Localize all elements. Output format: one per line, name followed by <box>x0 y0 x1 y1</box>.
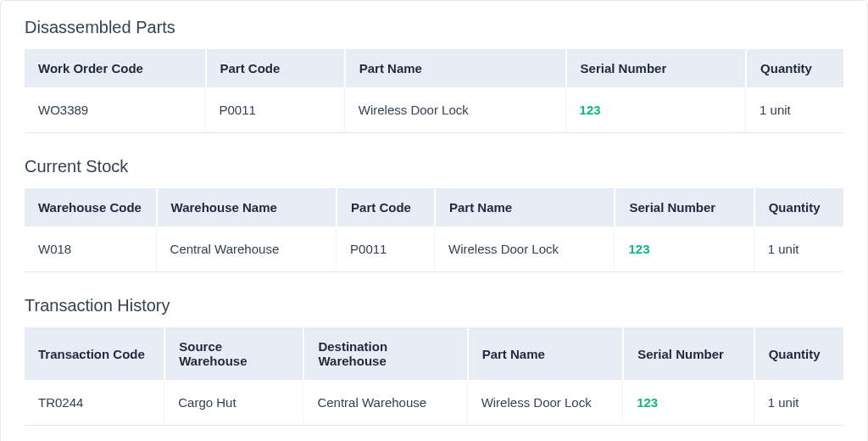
col-warehouse-name: Warehouse Name <box>156 188 337 226</box>
col-quantity: Quantity <box>754 188 843 226</box>
table-disassembled: Work Order Code Part Code Part Name Seri… <box>25 49 843 133</box>
col-work-order-code: Work Order Code <box>25 49 205 87</box>
cell-warehouse-code: W018 <box>25 226 156 272</box>
cell-serial-number: 123 <box>622 380 754 426</box>
col-part-name: Part Name <box>434 188 615 226</box>
col-part-name: Part Name <box>344 49 565 87</box>
col-part-code: Part Code <box>205 49 344 87</box>
section-disassembled-parts: Disassembled Parts Work Order Code Part … <box>25 18 843 133</box>
col-quantity: Quantity <box>745 49 843 87</box>
cell-part-code: P0011 <box>205 87 344 133</box>
serial-link[interactable]: 123 <box>628 242 649 256</box>
section-title-transactions: Transaction History <box>25 296 843 315</box>
table-row: TR0244 Cargo Hut Central Warehouse Wirel… <box>25 380 843 426</box>
col-serial-number: Serial Number <box>614 188 753 226</box>
cell-part-name: Wireless Door Lock <box>344 87 565 133</box>
cell-quantity: 1 unit <box>754 226 843 272</box>
col-source-warehouse: Source Warehouse <box>164 327 303 380</box>
table-transactions: Transaction Code Source Warehouse Destin… <box>25 327 843 426</box>
table-row: W018 Central Warehouse P0011 Wireless Do… <box>25 226 843 272</box>
cell-destination-warehouse: Central Warehouse <box>303 380 466 426</box>
section-transaction-history: Transaction History Transaction Code Sou… <box>25 296 843 426</box>
col-transaction-code: Transaction Code <box>25 327 164 380</box>
table-header-row: Work Order Code Part Code Part Name Seri… <box>25 49 843 87</box>
cell-quantity: 1 unit <box>745 87 843 133</box>
cell-part-code: P0011 <box>336 226 434 272</box>
section-title-disassembled: Disassembled Parts <box>25 18 843 37</box>
serial-link[interactable]: 123 <box>580 103 601 117</box>
cell-part-name: Wireless Door Lock <box>467 380 623 426</box>
cell-work-order-code: WO3389 <box>25 87 205 133</box>
cell-quantity: 1 unit <box>754 380 843 426</box>
col-part-code: Part Code <box>336 188 434 226</box>
table-header-row: Transaction Code Source Warehouse Destin… <box>25 327 843 380</box>
cell-warehouse-name: Central Warehouse <box>156 226 337 272</box>
cell-source-warehouse: Cargo Hut <box>164 380 303 426</box>
cell-transaction-code: TR0244 <box>25 380 164 426</box>
table-row: WO3389 P0011 Wireless Door Lock 123 1 un… <box>25 87 843 133</box>
col-quantity: Quantity <box>754 327 843 380</box>
table-current-stock: Warehouse Code Warehouse Name Part Code … <box>25 188 843 272</box>
col-destination-warehouse: Destination Warehouse <box>303 327 466 380</box>
section-current-stock: Current Stock Warehouse Code Warehouse N… <box>25 157 843 272</box>
col-serial-number: Serial Number <box>622 327 754 380</box>
page-container: Disassembled Parts Work Order Code Part … <box>0 0 868 441</box>
serial-link[interactable]: 123 <box>637 395 658 410</box>
col-warehouse-code: Warehouse Code <box>25 188 156 226</box>
table-header-row: Warehouse Code Warehouse Name Part Code … <box>25 188 843 226</box>
cell-part-name: Wireless Door Lock <box>434 226 615 272</box>
col-part-name: Part Name <box>467 327 623 380</box>
col-serial-number: Serial Number <box>565 49 746 87</box>
cell-serial-number: 123 <box>565 87 746 133</box>
section-title-current-stock: Current Stock <box>25 157 843 176</box>
cell-serial-number: 123 <box>614 226 753 272</box>
